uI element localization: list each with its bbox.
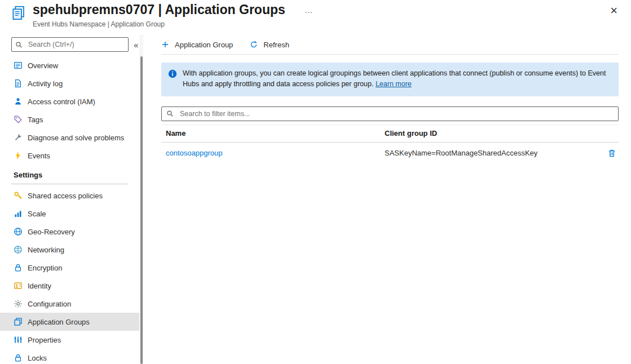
command-bar-divider <box>161 54 619 55</box>
sidebar-item-identity[interactable]: Identity <box>0 277 140 295</box>
add-application-group-button[interactable]: Application Group <box>161 41 233 49</box>
table-header-row: Name Client group ID <box>161 125 619 143</box>
activity-log-icon <box>14 79 23 88</box>
learn-more-link[interactable]: Learn more <box>376 80 412 88</box>
key-icon <box>14 191 23 200</box>
collapse-sidebar-icon[interactable]: « <box>134 40 138 50</box>
sidebar-item-events[interactable]: Events <box>0 147 140 165</box>
sidebar-item-label: Locks <box>28 354 47 362</box>
sidebar-item-label: Overview <box>28 61 58 70</box>
identity-badge-icon <box>14 281 23 290</box>
add-button-label: Application Group <box>175 41 233 49</box>
sidebar-search-input[interactable] <box>27 40 125 49</box>
refresh-icon <box>250 41 259 48</box>
sidebar-item-configuration[interactable]: Configuration <box>0 295 140 313</box>
sidebar-item-geo-recovery[interactable]: Geo-Recovery <box>0 223 140 241</box>
info-icon <box>168 68 177 90</box>
column-header-name[interactable]: Name <box>161 129 385 137</box>
search-icon <box>15 41 24 48</box>
sidebar-search[interactable] <box>11 37 129 52</box>
sidebar-item-label: Configuration <box>28 300 71 308</box>
refresh-button-label: Refresh <box>263 41 289 49</box>
sidebar-item-label: Encryption <box>28 264 62 272</box>
sidebar-item-activity-log[interactable]: Activity log <box>0 74 140 92</box>
blade-header: spehubpremns0707 | Application Groups … … <box>0 0 631 35</box>
sidebar-item-scale[interactable]: Scale <box>0 205 140 223</box>
plus-icon <box>161 41 170 48</box>
sidebar-item-label: Diagnose and solve problems <box>28 134 124 142</box>
breadcrumb: Event Hubs Namespace | Application Group <box>33 20 165 28</box>
event-hubs-entity-icon <box>11 6 27 23</box>
access-control-icon <box>14 97 23 106</box>
delete-icon[interactable] <box>607 149 616 158</box>
wrench-icon <box>14 133 23 142</box>
filter-search-box[interactable] <box>161 106 619 121</box>
padlock-icon <box>14 353 23 362</box>
application-groups-blade: spehubpremns0707 | Application Groups … … <box>0 0 631 364</box>
sidebar-item-overview[interactable]: Overview <box>0 56 140 74</box>
sidebar-item-locks[interactable]: Locks <box>0 349 140 364</box>
sidebar-item-label: Tags <box>28 116 43 124</box>
sidebar-item-label: Identity <box>28 282 51 290</box>
app-group-name-link[interactable]: contosoappgroup <box>166 149 222 157</box>
sidebar-item-label: Properties <box>28 336 61 344</box>
sidebar-item-diagnose[interactable]: Diagnose and solve problems <box>0 128 140 147</box>
application-groups-icon <box>14 317 23 326</box>
client-group-id-value: SASKeyName=RootManageSharedAccessKey <box>385 149 596 157</box>
sidebar-item-shared-access-policies[interactable]: Shared access policies <box>0 187 140 205</box>
settings-divider <box>11 184 129 184</box>
network-globe-icon <box>14 245 23 254</box>
page-title: spehubpremns0707 | Application Groups <box>33 2 285 17</box>
lightning-icon <box>14 151 23 160</box>
overflow-menu-icon[interactable]: … <box>302 5 315 15</box>
settings-section-header: Settings <box>0 169 140 181</box>
sidebar-item-properties[interactable]: Properties <box>0 331 140 349</box>
search-icon <box>166 110 175 117</box>
sidebar-scrollbar-thumb[interactable] <box>140 56 143 364</box>
sidebar-item-tags[interactable]: Tags <box>0 110 140 128</box>
sidebar-item-label: Networking <box>28 246 64 254</box>
sidebar-item-label: Access control (IAM) <box>28 97 95 106</box>
sidebar-item-label: Shared access policies <box>28 192 103 200</box>
sidebar-item-label: Application Groups <box>28 318 90 326</box>
sidebar-item-label: Events <box>28 152 50 160</box>
overview-icon <box>14 61 23 70</box>
table-row: contosoappgroup SASKeyName=RootManageSha… <box>161 143 619 164</box>
command-bar: Application Group Refresh <box>149 35 631 54</box>
filter-search-input[interactable] <box>179 109 614 118</box>
tags-icon <box>14 115 23 124</box>
gear-icon <box>14 299 23 308</box>
lock-icon <box>14 263 23 272</box>
application-groups-table: Name Client group ID contosoappgroup SAS… <box>161 125 619 164</box>
properties-sliders-icon <box>14 335 23 344</box>
scale-icon <box>14 209 23 218</box>
sidebar-item-access-control-iam[interactable]: Access control (IAM) <box>0 92 140 110</box>
main-content: Application Group Refresh With applicati… <box>149 35 631 364</box>
refresh-button[interactable]: Refresh <box>250 41 289 49</box>
sidebar-item-application-groups[interactable]: Application Groups <box>0 313 140 331</box>
sidebar: « Overview Activity log Access control (… <box>0 35 140 364</box>
sidebar-item-label: Scale <box>28 210 46 218</box>
sidebar-item-label: Activity log <box>28 79 63 88</box>
column-header-client-group-id[interactable]: Client group ID <box>385 129 596 137</box>
sidebar-item-label: Geo-Recovery <box>28 228 75 236</box>
sidebar-nav: Overview Activity log Access control (IA… <box>0 56 140 364</box>
info-banner: With application groups, you can create … <box>161 63 619 96</box>
sidebar-item-encryption[interactable]: Encryption <box>0 259 140 277</box>
sidebar-item-networking[interactable]: Networking <box>0 241 140 259</box>
globe-icon <box>14 227 23 236</box>
close-icon[interactable]: × <box>610 5 617 17</box>
